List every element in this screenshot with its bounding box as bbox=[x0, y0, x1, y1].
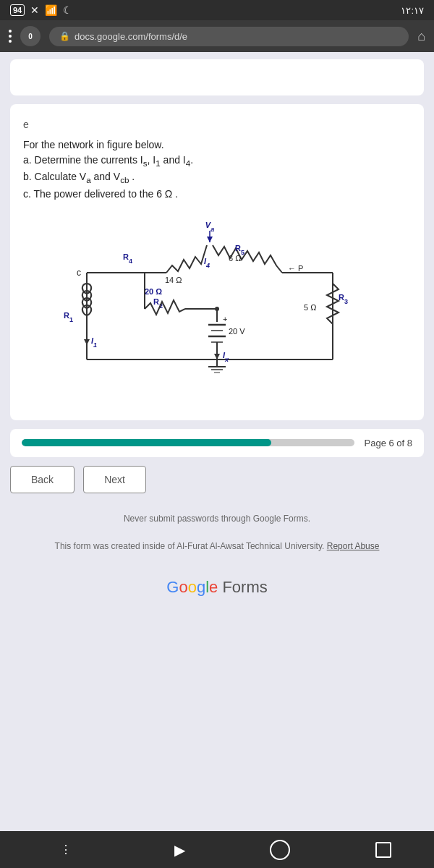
svg-text:5 Ω: 5 Ω bbox=[304, 303, 316, 312]
moon-icon: ☾ bbox=[63, 4, 72, 16]
report-abuse-link[interactable]: Report Abuse bbox=[327, 541, 380, 551]
logo-o1: o bbox=[179, 578, 187, 596]
play-icon[interactable]: ▶ bbox=[174, 841, 185, 859]
url-bar[interactable]: 🔒 docs.google.com/forms/d/e bbox=[49, 27, 409, 46]
menu-dots[interactable] bbox=[9, 30, 12, 43]
svg-text:← P: ← P bbox=[288, 264, 303, 273]
svg-text:6 Ω: 6 Ω bbox=[229, 254, 241, 263]
next-button[interactable]: Next bbox=[83, 466, 146, 493]
svg-text:R3: R3 bbox=[339, 293, 348, 305]
footer: Never submit passwords through Google Fo… bbox=[10, 502, 424, 558]
battery-indicator: 94 bbox=[10, 4, 25, 16]
logo-g2: g bbox=[197, 578, 205, 596]
question-line2: a. Determine the currents Is, I1 and I4. bbox=[23, 154, 193, 166]
wifi-icon: 📶 bbox=[45, 4, 57, 16]
logo-g: G bbox=[166, 578, 179, 596]
svg-text:R1: R1 bbox=[64, 311, 73, 323]
home-circle-button[interactable] bbox=[270, 840, 290, 860]
svg-marker-1 bbox=[207, 237, 213, 242]
svg-text:I4: I4 bbox=[204, 257, 210, 269]
logo-forms: Forms bbox=[222, 578, 267, 596]
bottom-nav-bar: ⋮ ▶ bbox=[0, 831, 434, 868]
question-text: For the network in figure below. a. Dete… bbox=[23, 137, 411, 202]
address-bar: 0 🔒 docs.google.com/forms/d/e ⌂ bbox=[0, 20, 434, 52]
menu-icon-bottom[interactable]: ⋮ bbox=[43, 838, 89, 861]
svg-text:+: + bbox=[223, 315, 227, 323]
svg-marker-35 bbox=[214, 354, 220, 359]
svg-marker-24 bbox=[84, 339, 90, 345]
status-bar: 94 ✕ 📶 ☾ ١٢:١٧ bbox=[0, 0, 434, 20]
lock-icon: 🔒 bbox=[59, 31, 70, 41]
navigation-buttons: Back Next bbox=[10, 466, 424, 493]
svg-text:R4: R4 bbox=[123, 252, 132, 265]
main-content: e For the network in figure below. a. De… bbox=[0, 52, 434, 831]
question-label: e bbox=[23, 119, 411, 130]
close-icon: ✕ bbox=[30, 4, 39, 16]
svg-text:I1: I1 bbox=[91, 336, 97, 349]
home-icon[interactable]: ⌂ bbox=[417, 29, 425, 44]
progress-bar-fill bbox=[22, 439, 271, 446]
logo-o2: o bbox=[188, 578, 197, 596]
svg-text:Ix: Ix bbox=[223, 351, 229, 363]
circuit-svg: .circuit-text { font-family: Arial, sans… bbox=[43, 215, 391, 403]
circuit-diagram: .circuit-text { font-family: Arial, sans… bbox=[23, 215, 411, 403]
top-partial-card bbox=[10, 59, 424, 95]
question-card: e For the network in figure below. a. De… bbox=[10, 104, 424, 420]
recent-apps-button[interactable] bbox=[375, 842, 391, 858]
google-forms-logo: Google Forms bbox=[10, 566, 424, 611]
question-line3: b. Calculate Va and Vcb . bbox=[23, 171, 135, 182]
svg-text:20 Ω: 20 Ω bbox=[145, 287, 162, 296]
progress-section: Page 6 of 8 bbox=[10, 429, 424, 457]
progress-bar-background bbox=[22, 439, 354, 446]
page-indicator: Page 6 of 8 bbox=[365, 438, 413, 448]
status-time: ١٢:١٧ bbox=[401, 5, 424, 16]
form-info: This form was created inside of Al-Furat… bbox=[23, 540, 411, 553]
url-text: docs.google.com/forms/d/e bbox=[75, 31, 187, 42]
status-left: 94 ✕ 📶 ☾ bbox=[10, 4, 72, 16]
logo-e: e bbox=[209, 578, 218, 596]
tab-icon[interactable]: 0 bbox=[20, 26, 41, 46]
svg-text:c: c bbox=[77, 268, 81, 278]
svg-text:14 Ω: 14 Ω bbox=[165, 276, 182, 284]
password-warning: Never submit passwords through Google Fo… bbox=[23, 512, 411, 526]
question-line1: For the network in figure below. bbox=[23, 139, 164, 150]
question-line4: c. The power delivered to the 6 Ω . bbox=[23, 188, 178, 200]
back-button[interactable]: Back bbox=[10, 466, 75, 493]
svg-text:20 V: 20 V bbox=[229, 327, 245, 336]
